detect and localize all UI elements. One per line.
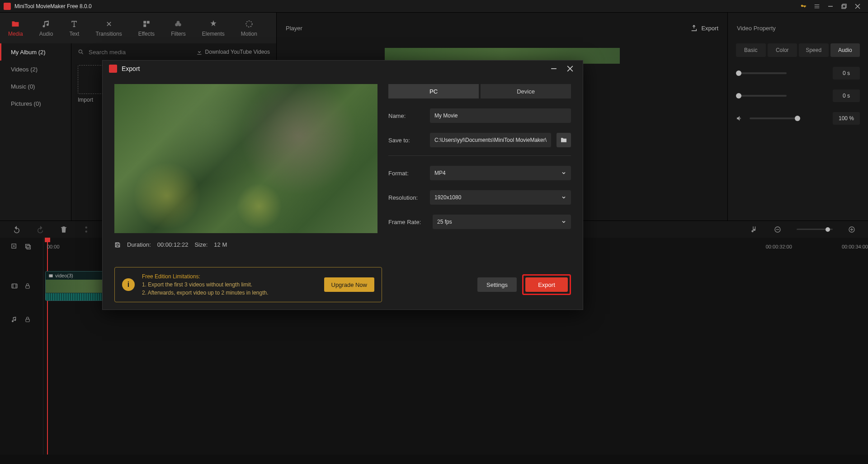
svg-point-9 [79, 50, 82, 53]
resolution-label: Resolution: [388, 194, 425, 201]
audio-track[interactable] [43, 306, 868, 333]
limit-line: 2. Afterwards, export video up to 2 minu… [142, 289, 317, 297]
youtube-download-link[interactable]: Download YouTube Videos [196, 49, 270, 55]
tab-audio[interactable]: Audio [39, 19, 53, 37]
hamburger-icon[interactable] [810, 2, 824, 11]
dialog-close-button[interactable] [564, 64, 576, 74]
zoom-slider[interactable] [797, 229, 833, 230]
tab-label: Media [8, 31, 23, 37]
export-icon [690, 24, 698, 32]
svg-rect-16 [26, 286, 29, 288]
tab-motion[interactable]: Motion [241, 19, 257, 37]
svg-rect-2 [143, 21, 146, 23]
svg-rect-17 [26, 319, 29, 322]
ruler-tick: 00:00:34:00 [842, 244, 868, 249]
tab-text[interactable]: Text [69, 19, 79, 37]
fade-out-value[interactable]: 0 s [833, 89, 860, 102]
sidebar-item-pictures[interactable]: Pictures (0) [0, 95, 71, 112]
search-input[interactable] [89, 49, 192, 56]
prop-tab-audio[interactable]: Audio [830, 43, 860, 57]
export-button-highlight: Export [522, 274, 571, 295]
chevron-down-icon [561, 170, 566, 176]
framerate-label: Frame Rate: [388, 219, 427, 225]
fade-in-value[interactable]: 0 s [833, 67, 860, 80]
maximize-button[interactable] [837, 2, 851, 11]
video-property-title: Video Property [737, 25, 776, 32]
zoom-out-button[interactable] [774, 226, 781, 233]
delete-button[interactable] [60, 225, 68, 234]
lock-icon[interactable] [24, 283, 31, 289]
browse-button[interactable] [557, 133, 571, 147]
svg-point-6 [175, 23, 179, 26]
undo-button[interactable] [13, 225, 21, 234]
resolution-value: 1920x1080 [434, 194, 461, 201]
svg-rect-20 [116, 245, 119, 247]
motion-icon [244, 19, 254, 29]
name-label: Name: [388, 112, 425, 119]
split-button[interactable] [83, 225, 91, 234]
volume-value[interactable]: 100 % [833, 112, 860, 125]
volume-icon [736, 115, 743, 122]
svg-rect-18 [49, 274, 52, 277]
sidebar-item-music[interactable]: Music (0) [0, 78, 71, 95]
zoom-in-button[interactable] [848, 226, 855, 233]
ruler-tick: 00:00:32:00 [766, 244, 792, 249]
tab-media[interactable]: Media [8, 19, 23, 37]
close-button[interactable] [851, 2, 864, 11]
tab-elements[interactable]: Elements [202, 19, 225, 37]
sidebar-item-videos[interactable]: Videos (2) [0, 61, 71, 78]
save-path-input[interactable] [430, 133, 551, 147]
tab-label: Audio [39, 31, 53, 37]
video-track-icon[interactable] [11, 282, 18, 290]
export-button-top[interactable]: Export [690, 24, 718, 32]
duration-label: Duration: [127, 241, 151, 248]
key-icon[interactable] [797, 2, 810, 11]
music-icon [41, 19, 51, 29]
name-input[interactable] [430, 108, 571, 123]
add-track-icon[interactable] [11, 243, 18, 250]
download-icon [196, 49, 203, 55]
limitation-notice: i Free Edition Limitations: 1. Export th… [114, 267, 382, 302]
redo-button[interactable] [36, 225, 44, 234]
search-icon [78, 49, 84, 55]
player-title: Player [286, 25, 302, 32]
sidebar-item-album[interactable]: My Album (2) [0, 43, 71, 61]
lock-icon[interactable] [24, 316, 31, 323]
prop-tab-color[interactable]: Color [768, 43, 797, 57]
format-select[interactable]: MP4 [430, 166, 571, 180]
format-value: MP4 [434, 170, 446, 176]
prop-tab-speed[interactable]: Speed [799, 43, 829, 57]
minimize-button[interactable] [824, 2, 837, 11]
resolution-select[interactable]: 1920x1080 [430, 190, 571, 205]
tab-label: Elements [202, 31, 225, 37]
chevron-down-icon [561, 195, 566, 200]
audio-track-icon[interactable] [11, 316, 18, 323]
fade-in-slider[interactable] [736, 72, 787, 74]
tab-label: Transitions [95, 31, 122, 37]
framerate-select[interactable]: 25 fps [433, 215, 571, 229]
copy-track-icon[interactable] [24, 243, 32, 250]
transition-icon [104, 19, 114, 29]
export-button[interactable]: Export [525, 277, 568, 292]
filters-icon [173, 19, 183, 29]
fade-out-slider[interactable] [736, 95, 787, 97]
prop-tab-basic[interactable]: Basic [736, 43, 766, 57]
volume-slider[interactable] [750, 117, 800, 119]
audio-track-icon[interactable] [750, 225, 759, 234]
export-tab-pc[interactable]: PC [388, 84, 479, 98]
dialog-minimize-button[interactable] [547, 64, 560, 74]
tab-effects[interactable]: Effects [138, 19, 155, 37]
tab-filters[interactable]: Filters [171, 19, 186, 37]
effects-icon [142, 19, 151, 29]
export-dialog: Export Duration: 00:00:12:22 Size: 12 M … [102, 60, 583, 310]
svg-rect-15 [12, 284, 17, 288]
tab-transitions[interactable]: Transitions [95, 19, 122, 37]
upgrade-button[interactable]: Upgrade Now [324, 277, 375, 292]
svg-point-7 [178, 23, 181, 26]
svg-rect-14 [27, 245, 30, 249]
svg-rect-19 [116, 243, 118, 244]
settings-button[interactable]: Settings [477, 277, 517, 292]
elements-icon [208, 19, 218, 29]
chevron-down-icon [561, 219, 566, 225]
export-tab-device[interactable]: Device [481, 84, 571, 98]
